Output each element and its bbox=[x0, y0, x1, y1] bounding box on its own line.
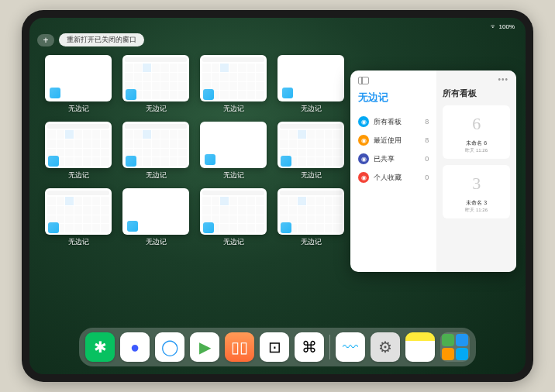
app-thumbnail bbox=[200, 55, 267, 101]
category-icon: ◉ bbox=[358, 135, 369, 146]
recent-apps-cluster[interactable] bbox=[440, 332, 470, 362]
category-icon: ◉ bbox=[358, 116, 369, 127]
app-thumbnail bbox=[122, 122, 189, 168]
app-window[interactable]: 无边记 bbox=[45, 188, 112, 247]
app-thumbnail bbox=[45, 122, 112, 168]
new-window-button[interactable]: + bbox=[37, 34, 54, 46]
reopen-label: 重新打开已关闭的窗口 bbox=[67, 36, 136, 43]
sidebar-item[interactable]: ◉所有看板8 bbox=[358, 112, 429, 131]
dock-freeform-icon[interactable]: 〰 bbox=[336, 332, 365, 362]
more-icon[interactable]: ••• bbox=[498, 75, 508, 84]
dock-notes-icon[interactable] bbox=[405, 332, 435, 362]
app-label: 无边记 bbox=[223, 170, 244, 181]
sidebar-item-label: 个人收藏 bbox=[374, 173, 402, 183]
category-icon: ◉ bbox=[358, 172, 369, 183]
app-label: 无边记 bbox=[301, 237, 322, 247]
board-card[interactable]: 6未命名 6昨天 11:26 bbox=[443, 105, 510, 159]
board-name: 未命名 3 bbox=[466, 199, 487, 207]
dock-dice-icon[interactable]: ⊡ bbox=[260, 332, 289, 362]
sidebar-item-label: 所有看板 bbox=[374, 117, 402, 127]
app-window[interactable]: 无边记 bbox=[122, 122, 189, 181]
app-label: 无边记 bbox=[68, 237, 89, 247]
board-preview: 6 bbox=[461, 110, 492, 138]
app-label: 无边记 bbox=[68, 104, 89, 114]
app-thumbnail bbox=[122, 188, 189, 235]
board-date: 昨天 11:26 bbox=[465, 147, 488, 154]
board-card[interactable]: 3未命名 3昨天 11:26 bbox=[443, 165, 510, 218]
reopen-closed-window-button[interactable]: 重新打开已关闭的窗口 bbox=[59, 33, 144, 46]
app-label: 无边记 bbox=[301, 170, 322, 181]
app-window[interactable]: 无边记 bbox=[122, 188, 189, 247]
app-window[interactable]: 无边记 bbox=[200, 55, 267, 114]
app-window[interactable]: 无边记 bbox=[200, 122, 267, 181]
dock: ✱●◯▶▯▯⊡⌘〰⚙ bbox=[79, 328, 476, 366]
sidebar-item-count: 8 bbox=[425, 118, 429, 126]
app-thumbnail bbox=[278, 55, 344, 101]
dock-qq-browser-icon[interactable]: ◯ bbox=[155, 332, 184, 362]
app-label: 无边记 bbox=[223, 104, 244, 114]
dock-separator bbox=[329, 335, 330, 359]
dock-nodes-icon[interactable]: ⌘ bbox=[295, 332, 324, 362]
app-label: 无边记 bbox=[301, 104, 322, 114]
app-window[interactable]: 无边记 bbox=[278, 188, 344, 247]
app-thumbnail bbox=[200, 188, 267, 235]
sidebar-item-count: 0 bbox=[425, 155, 429, 163]
ipad-frame: ᯤ 100% + 重新打开已关闭的窗口 无边记无边记无边记无边记无边记无边记无边… bbox=[22, 10, 533, 382]
sidebar-item[interactable]: ◉已共享0 bbox=[358, 150, 429, 168]
app-thumbnail bbox=[122, 55, 189, 101]
app-thumbnail bbox=[45, 188, 112, 235]
panel-sidebar: 无边记 ◉所有看板8◉最近使用8◉已共享0◉个人收藏0 bbox=[350, 70, 436, 272]
board-name: 未命名 6 bbox=[466, 139, 487, 147]
app-window[interactable]: 无边记 bbox=[45, 122, 112, 181]
screen: ᯤ 100% + 重新打开已关闭的窗口 无边记无边记无边记无边记无边记无边记无边… bbox=[29, 18, 526, 374]
app-switcher: 无边记无边记无边记无边记无边记无边记无边记无边记无边记无边记无边记无边记 bbox=[45, 55, 350, 247]
sidebar-toggle-icon[interactable] bbox=[358, 77, 369, 84]
dock-wechat-icon[interactable]: ✱ bbox=[85, 332, 115, 362]
dock-books-icon[interactable]: ▯▯ bbox=[225, 332, 254, 362]
panel-title: 无边记 bbox=[358, 91, 429, 105]
app-thumbnail bbox=[278, 122, 344, 168]
app-window[interactable]: 无边记 bbox=[278, 122, 344, 181]
app-window[interactable]: 无边记 bbox=[278, 55, 344, 114]
sidebar-item-count: 8 bbox=[425, 136, 429, 144]
app-thumbnail bbox=[278, 188, 344, 235]
dock-play-icon[interactable]: ▶ bbox=[190, 332, 219, 362]
dock-app-blue-dot-icon[interactable]: ● bbox=[120, 332, 150, 362]
battery-label: 100% bbox=[499, 23, 515, 30]
panel-right-title: 所有看板 bbox=[443, 88, 510, 99]
top-controls: + 重新打开已关闭的窗口 bbox=[37, 33, 144, 46]
sidebar-item-count: 0 bbox=[425, 174, 429, 181]
app-thumbnail bbox=[200, 122, 267, 168]
dock-settings-icon[interactable]: ⚙ bbox=[371, 332, 400, 362]
app-window[interactable]: 无边记 bbox=[122, 55, 189, 114]
board-date: 昨天 11:26 bbox=[465, 207, 488, 214]
app-window[interactable]: 无边记 bbox=[200, 188, 267, 247]
sidebar-item-label: 已共享 bbox=[374, 154, 395, 164]
app-label: 无边记 bbox=[68, 170, 89, 181]
app-label: 无边记 bbox=[146, 237, 167, 247]
app-thumbnail bbox=[45, 55, 112, 101]
app-label: 无边记 bbox=[146, 170, 167, 181]
freeform-panel[interactable]: 无边记 ◉所有看板8◉最近使用8◉已共享0◉个人收藏0 ••• 所有看板 6未命… bbox=[350, 70, 516, 272]
app-window[interactable]: 无边记 bbox=[45, 55, 112, 114]
sidebar-item-label: 最近使用 bbox=[374, 136, 402, 146]
status-bar: ᯤ 100% bbox=[29, 21, 526, 32]
panel-content: ••• 所有看板 6未命名 6昨天 11:263未命名 3昨天 11:26 bbox=[436, 70, 516, 272]
app-label: 无边记 bbox=[223, 237, 244, 247]
board-preview: 3 bbox=[461, 170, 492, 198]
category-icon: ◉ bbox=[358, 153, 369, 164]
sidebar-item[interactable]: ◉个人收藏0 bbox=[358, 168, 429, 187]
app-label: 无边记 bbox=[146, 104, 167, 114]
sidebar-item[interactable]: ◉最近使用8 bbox=[358, 131, 429, 150]
plus-icon: + bbox=[43, 35, 48, 46]
wifi-icon: ᯤ bbox=[491, 23, 497, 30]
